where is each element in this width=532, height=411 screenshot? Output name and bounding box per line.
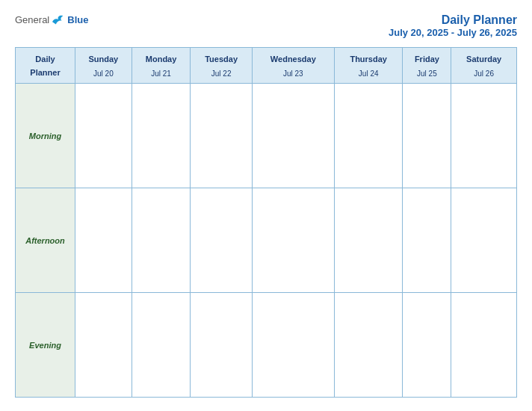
col-day-label: Tuesday	[205, 55, 238, 64]
col-date-label: Jul 22	[211, 69, 232, 78]
header-right: Daily Planner July 20, 2025 - July 26, 2…	[389, 13, 517, 38]
table-cell[interactable]	[334, 292, 403, 397]
row-label-evening: Evening	[16, 292, 75, 397]
logo-bird-icon	[51, 13, 66, 25]
table-cell[interactable]	[252, 83, 334, 188]
table-cell[interactable]	[334, 188, 403, 292]
calendar-table: DailyPlannerSundayJul 20MondayJul 21Tues…	[15, 47, 517, 398]
row-label-morning: Morning	[16, 83, 75, 188]
table-cell[interactable]	[191, 292, 252, 397]
col-date-label: Jul 25	[417, 69, 437, 78]
col-date-label: Jul 21	[151, 69, 171, 78]
col-date-label: Jul 20	[93, 69, 114, 78]
table-cell[interactable]	[191, 188, 252, 292]
table-cell[interactable]	[451, 188, 517, 292]
column-header-monday: MondayJul 21	[132, 48, 191, 84]
column-header-thursday: ThursdayJul 24	[334, 48, 403, 84]
row-label-text: Evening	[29, 341, 61, 350]
logo-text: General Blue	[15, 13, 88, 25]
col-date-label: Jul 23	[283, 69, 303, 78]
table-cell[interactable]	[75, 292, 132, 397]
column-header-row: DailyPlannerSundayJul 20MondayJul 21Tues…	[16, 48, 517, 84]
table-cell[interactable]	[403, 83, 451, 188]
col-day-label: Thursday	[350, 55, 387, 64]
row-evening: Evening	[16, 292, 517, 397]
column-header-saturday: SaturdayJul 26	[451, 48, 517, 84]
col-date-label: Jul 26	[474, 69, 494, 78]
table-cell[interactable]	[451, 292, 517, 397]
table-cell[interactable]	[252, 292, 334, 397]
row-morning: Morning	[16, 83, 517, 188]
logo-blue-text: Blue	[67, 14, 88, 25]
column-header-tuesday: TuesdayJul 22	[191, 48, 252, 84]
table-cell[interactable]	[191, 83, 252, 188]
header-title: Daily Planner	[389, 13, 517, 27]
row-label-text: Afternoon	[25, 236, 65, 245]
table-cell[interactable]	[403, 292, 451, 397]
row-afternoon: Afternoon	[16, 188, 517, 292]
column-header-label: DailyPlanner	[16, 48, 75, 84]
table-cell[interactable]	[403, 188, 451, 292]
col-day-label: Sunday	[89, 55, 119, 64]
table-cell[interactable]	[334, 83, 403, 188]
table-cell[interactable]	[75, 83, 132, 188]
column-header-sunday: SundayJul 20	[75, 48, 132, 84]
daily-planner-label: DailyPlanner	[30, 55, 60, 77]
col-day-label: Monday	[146, 55, 177, 64]
logo-area: General Blue	[15, 13, 88, 25]
col-date-label: Jul 24	[359, 69, 379, 78]
page: General Blue Daily Planner July 20, 2025…	[0, 0, 532, 411]
table-cell[interactable]	[451, 83, 517, 188]
header: General Blue Daily Planner July 20, 2025…	[15, 13, 517, 38]
table-cell[interactable]	[75, 188, 132, 292]
col-day-label: Wednesday	[270, 55, 316, 64]
row-label-text: Morning	[29, 132, 61, 140]
table-cell[interactable]	[132, 83, 191, 188]
col-day-label: Saturday	[466, 55, 501, 64]
table-cell[interactable]	[252, 188, 334, 292]
column-header-friday: FridayJul 25	[403, 48, 451, 84]
table-cell[interactable]	[132, 292, 191, 397]
col-day-label: Friday	[415, 55, 439, 64]
row-label-afternoon: Afternoon	[16, 188, 75, 292]
table-cell[interactable]	[132, 188, 191, 292]
header-dates: July 20, 2025 - July 26, 2025	[389, 27, 517, 38]
logo-general-text: General	[15, 14, 49, 25]
column-header-wednesday: WednesdayJul 23	[252, 48, 334, 84]
